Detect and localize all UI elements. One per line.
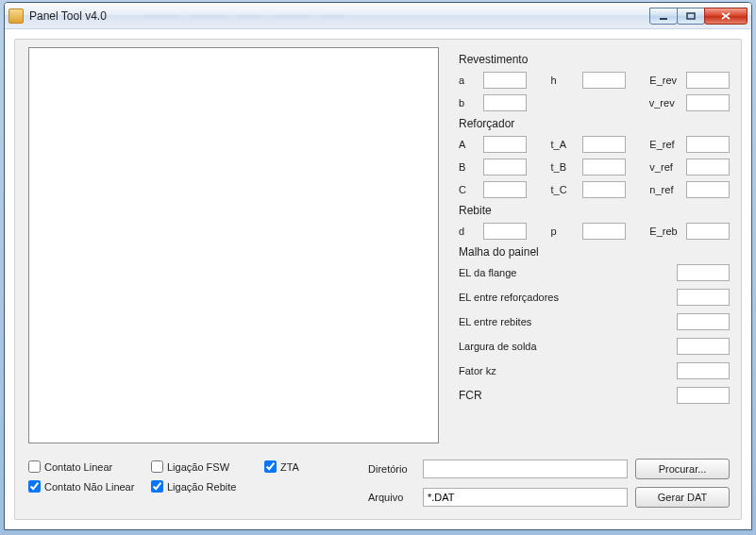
check-contato-nao-linear[interactable]: Contato Não Linear (28, 480, 151, 493)
row-el-reforcadores: EL entre reforçadores (459, 289, 730, 306)
checkbox-ligacao-rebite-label: Ligação Rebite (167, 481, 236, 493)
menubar-blurred: ————————————— (144, 9, 650, 23)
window-controls (650, 8, 748, 25)
check-zta[interactable]: ZTA (264, 460, 340, 473)
input-tA[interactable] (582, 136, 626, 153)
window-title: Panel Tool v4.0 (29, 9, 107, 23)
preview-canvas (28, 47, 439, 443)
label-E-reb: E_reb (649, 226, 686, 237)
label-b: b (459, 97, 483, 109)
input-C[interactable] (483, 181, 527, 198)
checkbox-contato-nao-linear-label: Contato Não Linear (44, 481, 134, 493)
label-v-ref: v_ref (649, 161, 686, 173)
label-p: p (551, 226, 582, 237)
svg-rect-0 (660, 18, 667, 20)
checkbox-zta-label: ZTA (280, 461, 299, 473)
label-diretorio: Diretório (368, 463, 415, 475)
close-icon (721, 12, 731, 20)
app-window: Panel Tool v4.0 ————————————— Revestimen… (4, 2, 752, 530)
input-A[interactable] (483, 136, 527, 153)
input-el-rebites[interactable] (677, 313, 730, 330)
input-p[interactable] (582, 223, 626, 240)
file-area: Diretório Procurar... Arquivo Gerar DAT (368, 459, 730, 515)
input-E-ref[interactable] (686, 136, 730, 153)
input-largura-solda[interactable] (677, 338, 730, 355)
checkbox-ligacao-fsw-label: Ligação FSW (167, 461, 229, 473)
label-B: B (459, 161, 483, 173)
checkbox-zta-input[interactable] (264, 460, 277, 473)
checkbox-contato-linear-label: Contato Linear (44, 461, 112, 473)
label-n-ref: n_ref (649, 184, 686, 195)
row-largura-solda: Largura de solda (459, 338, 730, 355)
label-E-ref: E_ref (649, 139, 686, 150)
label-A: A (459, 139, 483, 150)
label-arquivo: Arquivo (368, 492, 415, 503)
row-ref-1: A t_A E_ref (459, 136, 730, 153)
input-E-rev[interactable] (686, 72, 730, 89)
input-v-rev[interactable] (686, 94, 730, 111)
label-tC: t_C (551, 184, 582, 195)
svg-rect-1 (687, 13, 695, 19)
checkbox-ligacao-rebite-input[interactable] (151, 480, 163, 493)
label-d: d (459, 226, 483, 237)
client-area: Revestimento a h E_rev b v_rev (14, 39, 742, 520)
row-rev-1: a h E_rev (459, 72, 730, 89)
input-tB[interactable] (582, 159, 626, 176)
input-el-flange[interactable] (677, 264, 730, 281)
input-h[interactable] (582, 72, 626, 89)
section-rebite-title: Rebite (459, 204, 730, 217)
checkbox-group: Contato Linear Ligação FSW ZTA Contato N… (28, 460, 340, 493)
check-ligacao-fsw[interactable]: Ligação FSW (151, 460, 264, 473)
row-el-rebites: EL entre rebites (459, 313, 730, 330)
label-E-rev: E_rev (649, 75, 686, 86)
input-d[interactable] (483, 223, 527, 240)
section-revestimento-title: Revestimento (459, 53, 730, 66)
properties-panel: Revestimento a h E_rev b v_rev (459, 47, 730, 411)
row-rev-2: b v_rev (459, 94, 730, 111)
row-fcr: FCR (459, 387, 730, 404)
input-v-ref[interactable] (686, 159, 730, 176)
input-n-ref[interactable] (686, 181, 730, 198)
checkbox-contato-linear-input[interactable] (28, 460, 41, 473)
input-a[interactable] (483, 72, 527, 89)
label-el-rebites: EL entre rebites (459, 316, 677, 327)
label-fator-kz: Fator kz (459, 365, 677, 376)
input-tC[interactable] (582, 181, 626, 198)
input-fator-kz[interactable] (677, 362, 730, 379)
row-reb-1: d p E_reb (459, 223, 730, 240)
checkbox-contato-nao-linear-input[interactable] (28, 480, 41, 493)
close-button[interactable] (704, 8, 748, 25)
row-ref-3: C t_C n_ref (459, 181, 730, 198)
label-tA: t_A (551, 139, 582, 150)
input-el-reforcadores[interactable] (677, 289, 730, 306)
minimize-button[interactable] (649, 8, 678, 25)
label-a: a (459, 75, 483, 86)
checkbox-ligacao-fsw-input[interactable] (151, 460, 163, 473)
row-diretorio: Diretório Procurar... (368, 459, 730, 479)
titlebar: Panel Tool v4.0 ————————————— (5, 3, 751, 29)
input-b[interactable] (483, 94, 527, 111)
row-arquivo: Arquivo Gerar DAT (368, 487, 730, 508)
label-h: h (551, 75, 582, 86)
label-C: C (459, 184, 483, 195)
label-tB: t_B (551, 161, 582, 173)
label-largura-solda: Largura de solda (459, 341, 677, 352)
label-v-rev: v_rev (649, 97, 686, 109)
app-icon (8, 8, 24, 24)
procurar-button[interactable]: Procurar... (635, 459, 730, 479)
maximize-button[interactable] (677, 8, 705, 25)
input-B[interactable] (483, 159, 527, 176)
row-fator-kz: Fator kz (459, 362, 730, 379)
check-contato-linear[interactable]: Contato Linear (28, 460, 151, 473)
input-E-reb[interactable] (686, 223, 730, 240)
input-fcr[interactable] (677, 387, 730, 404)
minimize-icon (659, 12, 668, 20)
input-diretorio[interactable] (423, 460, 628, 478)
label-el-reforcadores: EL entre reforçadores (459, 292, 677, 303)
label-fcr: FCR (459, 389, 677, 402)
section-reforcador-title: Reforçador (459, 117, 730, 130)
gerar-dat-button[interactable]: Gerar DAT (635, 487, 730, 508)
input-arquivo[interactable] (423, 488, 628, 507)
row-el-flange: EL da flange (459, 264, 730, 281)
check-ligacao-rebite[interactable]: Ligação Rebite (151, 480, 264, 493)
